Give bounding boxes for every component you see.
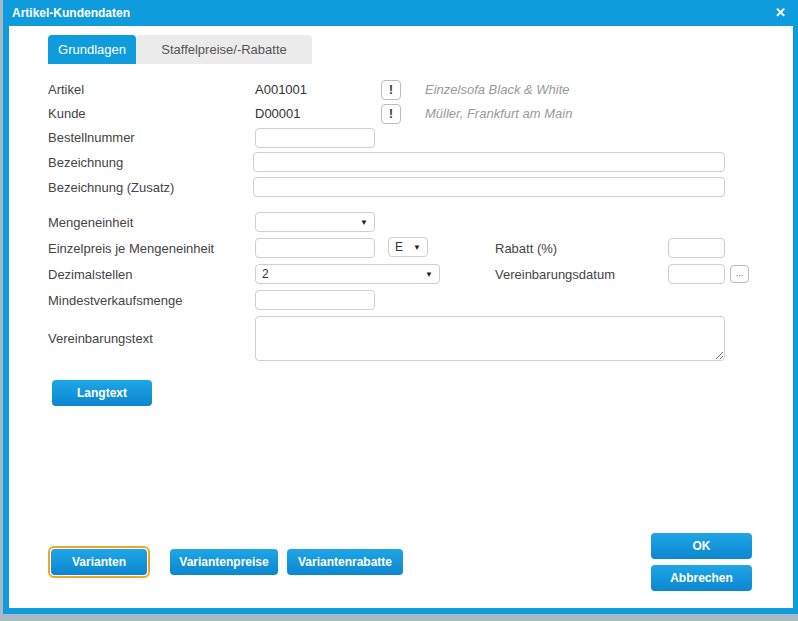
date-picker-button[interactable]: ... [730,265,749,283]
einzelpreis-input[interactable] [255,238,375,258]
variantenrabatte-button[interactable]: Variantenrabatte [287,549,403,575]
vereinbarungsdatum-input[interactable] [668,264,725,284]
einzelpreis-label: Einzelpreis je Mengeneinheit [48,241,214,256]
close-icon[interactable]: ✕ [775,0,786,26]
artikel-info-button[interactable]: ! [381,80,401,100]
chevron-down-icon: ▼ [360,218,368,228]
dezimalstellen-select[interactable]: 2 ▼ [255,264,440,284]
page-background: Artikel-Kundendaten ✕ Grundlagen Staffel… [0,0,798,621]
chevron-down-icon: ▼ [413,243,421,253]
tab-label: Staffelpreise/-Rabatte [161,42,287,57]
bestellnummer-input[interactable] [255,128,375,148]
varianten-button-focus-ring: Varianten [48,546,150,578]
currency-select-value: E [395,240,403,254]
mengeneinheit-select[interactable]: ▼ [255,212,375,232]
abbrechen-button[interactable]: Abbrechen [651,565,752,591]
exclamation-icon: ! [389,83,393,97]
bezeichnung-zusatz-input[interactable] [253,177,725,197]
varianten-button[interactable]: Varianten [51,549,147,575]
artikel-label: Artikel [48,82,84,97]
dezimalstellen-label: Dezimalstellen [48,267,133,282]
chevron-down-icon: ▼ [425,270,433,280]
tab-grundlagen[interactable]: Grundlagen [48,35,136,64]
einzelpreis-currency-select[interactable]: E ▼ [388,237,428,257]
exclamation-icon: ! [389,107,393,121]
bezeichnung-zusatz-label: Bezeichnung (Zusatz) [48,180,174,195]
kunde-info-button[interactable]: ! [381,104,401,124]
artikel-value: A001001 [255,82,307,97]
kunde-value: D00001 [255,106,301,121]
kunde-label: Kunde [48,106,86,121]
dialog-title: Artikel-Kundendaten [12,6,130,20]
mindestverkaufsmenge-label: Mindestverkaufsmenge [48,293,182,308]
bezeichnung-input[interactable] [253,152,725,172]
vereinbarungstext-label: Vereinbarungstext [48,331,153,346]
tab-label: Grundlagen [58,42,126,57]
mindestverkaufsmenge-input[interactable] [255,290,375,310]
variantenpreise-button[interactable]: Variantenpreise [170,549,278,575]
dezimalstellen-select-value: 2 [262,267,269,281]
mengeneinheit-label: Mengeneinheit [48,215,133,230]
ellipsis-icon: ... [736,268,744,278]
langtext-button[interactable]: Langtext [52,380,152,406]
dialog-titlebar[interactable]: Artikel-Kundendaten ✕ [3,0,798,26]
ok-button[interactable]: OK [651,533,752,559]
bezeichnung-label: Bezeichnung [48,155,123,170]
bestellnummer-label: Bestellnummer [48,130,135,145]
rabatt-input[interactable] [668,238,725,258]
artikel-note: Einzelsofa Black & White [425,82,570,97]
tab-staffelpreise-rabatte[interactable]: Staffelpreise/-Rabatte [136,35,312,64]
kunde-note: Müller, Frankfurt am Main [425,106,572,121]
vereinbarungsdatum-label: Vereinbarungsdatum [495,267,615,282]
rabatt-label: Rabatt (%) [495,241,557,256]
vereinbarungstext-textarea[interactable] [255,316,725,361]
